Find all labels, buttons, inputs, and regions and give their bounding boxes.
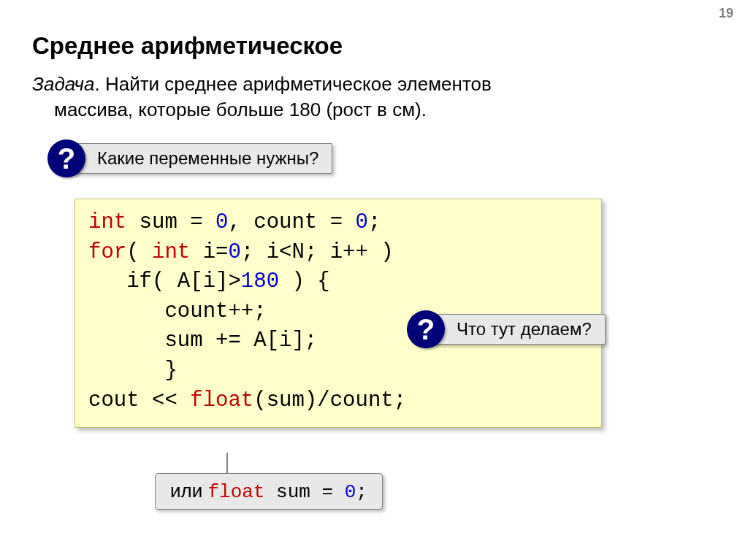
kw-float: float <box>190 388 253 413</box>
problem-line1: Найти среднее арифметическое элементов <box>105 73 492 95</box>
question-icon: ? <box>47 139 85 177</box>
code-l2b: i= <box>190 240 228 264</box>
callout-variables: ? Какие переменные нужны? <box>63 143 332 174</box>
code-l2a: ( <box>126 240 152 264</box>
code-l7a: cout << <box>88 388 190 413</box>
question-icon-2: ? <box>407 310 445 348</box>
callout3-semi: ; <box>356 481 367 503</box>
callout-alt: или float sum = 0; <box>155 473 383 510</box>
code-l7b: (sum)/count; <box>253 388 406 413</box>
callout3-code: sum = <box>264 481 344 503</box>
code-l2c: 0 <box>228 240 240 264</box>
kw-float-2: float <box>207 481 264 503</box>
callout1-text: Какие переменные нужны? <box>97 148 318 169</box>
kw-for: for <box>88 240 126 264</box>
callout3-zero: 0 <box>345 481 356 503</box>
connector-line <box>226 453 228 475</box>
code-l1b: 0 <box>215 210 228 234</box>
code-l5: sum += A[i]; <box>88 329 317 353</box>
callout2-text: Что тут делаем? <box>457 319 592 340</box>
code-l6: } <box>88 358 178 383</box>
code-l4: count++; <box>88 299 267 323</box>
problem-text: Задача. Найти среднее арифметическое эле… <box>32 72 587 123</box>
code-l2d: ; i<N; i++ ) <box>241 240 394 264</box>
code-l3a: if( A[i]> <box>88 269 241 294</box>
code-l3c: ) { <box>279 269 330 294</box>
code-l1c: , count = <box>228 210 355 234</box>
problem-label: Задача <box>32 73 94 95</box>
kw-int: int <box>88 210 126 234</box>
callout3-prefix: или <box>170 480 207 502</box>
callout-doing: ? Что тут делаем? <box>422 314 606 345</box>
page-number: 19 <box>719 6 733 21</box>
code-l3b: 180 <box>241 269 279 294</box>
code-l1d: 0 <box>355 210 367 234</box>
kw-int-2: int <box>152 240 190 264</box>
code-l1e: ; <box>368 210 381 234</box>
problem-line2: массива, которые больше 180 (рост в см). <box>54 99 427 120</box>
code-l1a: sum = <box>126 210 215 234</box>
slide-title: Среднее арифметическое <box>32 32 343 60</box>
problem-sep: . <box>94 73 104 95</box>
